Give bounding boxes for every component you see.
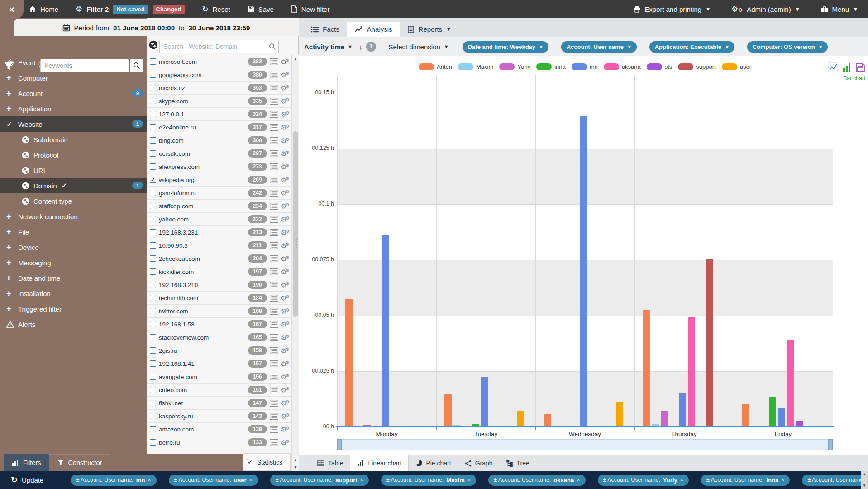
sidebar-item-website[interactable]: ✓Website1 xyxy=(0,116,147,132)
settings-gears-icon[interactable]: ⚙⚙ xyxy=(281,282,290,288)
legend-item-support[interactable]: support xyxy=(678,63,715,70)
domain-checkbox[interactable] xyxy=(150,374,156,380)
details-icon[interactable] xyxy=(270,85,278,91)
sidebar-item-domain[interactable]: Domain✓1 xyxy=(0,178,147,193)
domain-checkbox[interactable] xyxy=(150,111,156,117)
sidebar-item-protocol[interactable]: Protocol xyxy=(0,147,147,163)
main-menu[interactable]: Menu ▼ xyxy=(821,5,858,13)
domain-checkbox[interactable] xyxy=(150,426,156,432)
domain-checkbox[interactable]: ✓ xyxy=(150,177,156,183)
sidebar-item-url[interactable]: URL xyxy=(0,163,147,178)
details-icon[interactable] xyxy=(270,439,278,446)
sidebar-item-content-type[interactable]: Content type xyxy=(0,193,147,209)
domain-row-kickidler-com[interactable]: kickidler.com197⚙⚙ xyxy=(147,265,291,278)
save-chart-icon[interactable] xyxy=(855,62,865,72)
settings-gears-icon[interactable]: ⚙⚙ xyxy=(281,374,290,380)
expand-plus-icon[interactable]: + xyxy=(6,212,18,221)
settings-gears-icon[interactable]: ⚙⚙ xyxy=(281,150,290,157)
settings-gears-icon[interactable]: ⚙⚙ xyxy=(281,439,290,446)
select-dimension-dropdown[interactable]: Select dimension ▼ xyxy=(389,43,449,51)
domain-checkbox[interactable] xyxy=(150,98,156,104)
settings-gears-icon[interactable]: ⚙⚙ xyxy=(281,111,290,118)
remove-chip-icon[interactable]: × xyxy=(628,43,631,50)
bar-anton-tuesday[interactable] xyxy=(444,394,452,426)
domain-row-yahoo-com[interactable]: yahoo.com222⚙⚙ xyxy=(147,213,291,226)
details-icon[interactable] xyxy=(270,150,278,157)
sidebar-item-messaging[interactable]: +Messaging xyxy=(0,255,147,270)
bar-inna-friday[interactable] xyxy=(769,397,776,426)
filter-button[interactable]: ⚙ Filter 2 Not saved Changed xyxy=(76,5,185,14)
details-icon[interactable] xyxy=(270,360,278,367)
range-left-handle[interactable] xyxy=(337,439,342,450)
legend-item-maxim[interactable]: Maxim xyxy=(458,63,493,70)
domain-checkbox[interactable] xyxy=(150,282,156,288)
domain-row-192-168-3-210[interactable]: 192.168.3.210190⚙⚙ xyxy=(147,278,291,292)
keywords-search-button[interactable] xyxy=(130,59,143,72)
settings-gears-icon[interactable]: ⚙⚙ xyxy=(281,400,290,407)
legend-item-user[interactable]: user xyxy=(722,63,751,70)
sidebar-item-installation[interactable]: +Installation xyxy=(0,286,147,301)
search-icon[interactable] xyxy=(269,43,276,50)
settings-gears-icon[interactable]: ⚙⚙ xyxy=(281,72,290,78)
domain-row-amazon-com[interactable]: amazon.com139⚙⚙ xyxy=(147,423,291,436)
domain-checkbox[interactable] xyxy=(150,242,156,249)
domain-row-avangate-com[interactable]: avangate.com156⚙⚙ xyxy=(147,370,291,384)
details-icon[interactable] xyxy=(270,321,278,328)
domain-checkbox[interactable] xyxy=(150,308,156,314)
remove-chip-icon[interactable]: × xyxy=(819,43,823,50)
domain-checkbox[interactable] xyxy=(150,255,156,262)
scroll-up-icon[interactable]: ▲ xyxy=(292,55,299,62)
bar-mn-wednesday[interactable] xyxy=(580,116,587,426)
account-chip-support[interactable]: ± Account: User name:support× xyxy=(270,475,369,486)
domain-checkbox[interactable] xyxy=(150,387,156,393)
tab-constructor[interactable]: Constructor xyxy=(49,454,110,471)
scroll-up-icon[interactable]: ▲ xyxy=(863,472,866,476)
domain-row-fishki-net[interactable]: fishki.net147⚙⚙ xyxy=(147,397,291,410)
tab-analysis[interactable]: Analysis xyxy=(347,22,400,37)
domain-row-aliexpress-com[interactable]: aliexpress.com273⚙⚙ xyxy=(147,160,291,173)
domain-checkbox[interactable] xyxy=(150,137,156,144)
dimension-chip-application-executable[interactable]: Application: Executable× xyxy=(649,41,734,53)
sidebar-item-triggered-filter[interactable]: +Triggered filter xyxy=(0,301,147,316)
domain-row-wikipedia-org[interactable]: ✓wikipedia.org269⚙⚙ xyxy=(147,173,291,187)
domain-row-2gis-ru[interactable]: 2gis.ru159⚙⚙ xyxy=(147,344,291,357)
details-icon[interactable] xyxy=(270,400,278,407)
settings-gears-icon[interactable]: ⚙⚙ xyxy=(281,426,290,433)
expand-plus-icon[interactable]: + xyxy=(6,304,18,314)
expand-plus-icon[interactable]: + xyxy=(6,289,18,298)
settings-gears-icon[interactable]: ⚙⚙ xyxy=(281,242,290,249)
bar-sts-friday[interactable] xyxy=(796,421,803,426)
settings-gears-icon[interactable]: ⚙⚙ xyxy=(281,360,290,367)
domain-checkbox[interactable] xyxy=(150,216,156,222)
legend-item-mn[interactable]: mn xyxy=(572,63,598,70)
statistics-checkbox[interactable]: ✓ xyxy=(247,459,253,465)
domain-row-gsm-inform-ru[interactable]: gsm-inform.ru242⚙⚙ xyxy=(147,187,291,200)
details-icon[interactable] xyxy=(270,229,278,236)
domain-row-stackoverflow-com[interactable]: stackoverflow.com165⚙⚙ xyxy=(147,331,291,344)
export-printing-menu[interactable]: Export and printing ▼ xyxy=(633,5,711,13)
domain-checkbox[interactable] xyxy=(150,124,156,130)
sidebar-item-network-connection[interactable]: +Network connection xyxy=(0,209,147,224)
domain-checkbox[interactable] xyxy=(150,360,156,367)
view-tab-linear-chart[interactable]: Linear chart xyxy=(350,455,409,471)
domain-row-twitter-com[interactable]: twitter.com168⚙⚙ xyxy=(147,305,291,318)
domain-row-betro-ru[interactable]: betro.ru133⚙⚙ xyxy=(147,436,291,449)
bar-oksana-friday[interactable] xyxy=(787,340,794,426)
domain-row-192-168-1-58[interactable]: 192.168.1.58167⚙⚙ xyxy=(147,318,291,331)
settings-gears-icon[interactable]: ⚙⚙ xyxy=(281,163,290,170)
settings-gears-icon[interactable]: ⚙⚙ xyxy=(281,190,290,197)
domain-row-kaspersky-ru[interactable]: kaspersky.ru143⚙⚙ xyxy=(147,410,291,423)
details-icon[interactable] xyxy=(270,111,278,118)
keywords-input[interactable] xyxy=(40,59,129,72)
admin-menu[interactable]: ⚙⚙ Admin (admin) ▼ xyxy=(731,5,800,13)
account-chip-inna[interactable]: ± Account: User name:inna× xyxy=(701,475,790,486)
domain-row-skype-com[interactable]: skype.com335⚙⚙ xyxy=(147,95,291,108)
remove-chip-icon[interactable]: × xyxy=(577,477,580,483)
bar-oksana-thursday[interactable] xyxy=(688,317,695,426)
sort-direction-icon[interactable]: ↓ xyxy=(359,43,362,51)
bar-user-wednesday[interactable] xyxy=(616,402,623,426)
settings-gears-icon[interactable]: ⚙⚙ xyxy=(281,58,290,65)
reset-button[interactable]: ↻ Reset xyxy=(202,5,230,13)
domain-checkbox[interactable] xyxy=(150,58,156,65)
account-chip-oksana[interactable]: ± Account: User name:oksana× xyxy=(488,475,586,486)
